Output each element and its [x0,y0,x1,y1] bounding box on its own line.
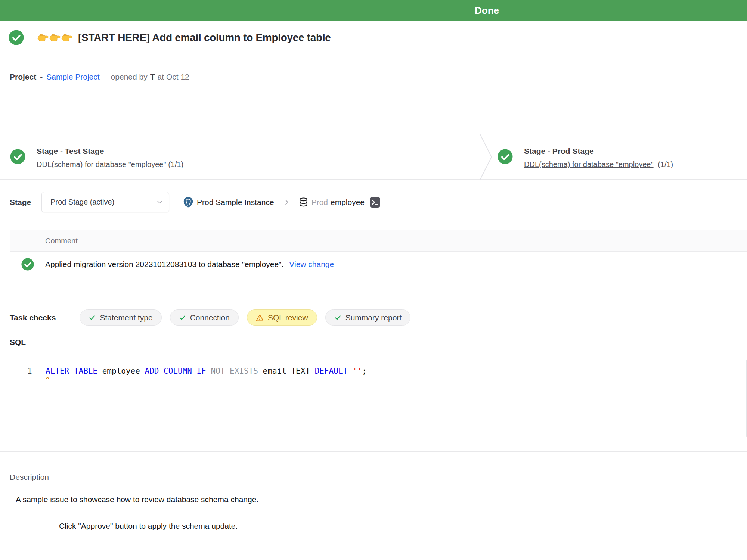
check-pill-label: Summary report [345,313,402,322]
instance-link[interactable]: Prod Sample Instance [197,198,274,207]
comment-table: Comment Applied migration version 202310… [10,230,747,277]
check-pill-label: SQL review [268,313,308,322]
stage-test-check-icon [10,149,25,164]
postgresql-icon [183,196,194,208]
check-pill-sql-review[interactable]: SQL review [247,309,317,326]
header-divider [0,55,747,55]
comment-text: Applied migration version 20231012083103… [45,260,283,269]
database-link[interactable]: employee [331,198,365,207]
stage-select[interactable]: Prod Stage (active) [41,192,169,212]
comment-column-header: Comment [45,237,78,245]
stage-test-title: Stage - Test Stage [37,146,183,156]
stage-prod-title-link[interactable]: Stage - Prod Stage [524,146,673,156]
sql-editor-button[interactable] [370,197,380,208]
stage-prod-check-icon [498,149,513,164]
sql-token: email TEXT [263,367,315,376]
description-paragraph: A sample issue to showcase how to review… [16,495,258,504]
issue-status-check-icon [9,30,24,45]
sql-line-number: 1 [27,366,32,376]
warning-triangle-icon [256,314,264,321]
chevron-right-icon [283,199,290,206]
stage-selector-row: Stage Prod Stage (active) Prod Sample In… [10,192,380,212]
project-link[interactable]: Sample Project [46,72,99,81]
project-label: Project [10,72,36,81]
sql-token: NOT EXISTS [211,367,263,376]
status-banner-label: Done [475,0,499,21]
check-pill-summary-report[interactable]: Summary report [325,309,411,326]
opened-at-text: at Oct 12 [158,72,189,81]
sql-warning-marker: ^ [46,376,50,383]
section-divider [0,293,747,293]
description-paragraph: Click "Approve" button to apply the sche… [59,522,238,531]
sql-editor[interactable]: 1 ALTER TABLE employee ADD COLUMN IF NOT… [10,360,747,437]
pointing-right-emoji [37,32,73,43]
stage-card-prod[interactable]: Stage - Prod Stage DDL(schema) for datab… [498,134,673,180]
check-pass-icon [334,314,341,321]
chevron-down-icon [156,199,163,205]
check-pass-icon [89,314,96,321]
stage-selector-label: Stage [10,198,31,207]
description-label: Description [10,473,49,482]
check-pill-label: Statement type [100,313,152,322]
stage-card-test[interactable]: Stage - Test Stage DDL(schema) for datab… [10,134,183,180]
creator-name: T [150,72,155,81]
check-pill-statement-type[interactable]: Statement type [80,309,161,326]
status-banner: Done [0,0,747,21]
sql-token: ALTER TABLE [46,367,102,376]
project-dash: - [40,72,43,81]
stage-separator-chevron-icon [479,134,493,181]
comment-table-row: Applied migration version 20231012083103… [10,252,747,277]
sql-token: employee [102,367,145,376]
check-pill-label: Connection [190,313,230,322]
environment-label: Prod [311,198,328,207]
comment-status-check-icon [21,258,34,271]
opened-by-text: opened by [111,72,148,81]
task-checks-label: Task checks [10,313,56,322]
sql-token: DEFAULT [315,367,353,376]
issue-title: [START HERE] Add email column to Employe… [78,32,331,44]
stage-prod-subtitle-link[interactable]: DDL(schema) for database "employee" [524,160,654,168]
sql-token: ADD COLUMN IF [145,367,211,376]
stage-prod-subtitle-count: (1/1) [658,160,673,168]
sql-token: ; [362,367,367,376]
bottom-divider [0,554,747,554]
check-pill-connection[interactable]: Connection [170,309,239,326]
database-breadcrumb: Prod Sample Instance Prod employee [183,196,380,208]
stage-select-value: Prod Stage (active) [50,198,114,206]
sql-statement: ALTER TABLE employee ADD COLUMN IF NOT E… [46,366,367,376]
issue-meta-row: Project - Sample Project opened by T at … [10,72,189,81]
view-change-link[interactable]: View change [289,260,334,269]
issue-header: [START HERE] Add email column to Employe… [9,30,331,45]
sql-section-label: SQL [10,338,26,347]
sql-token: '' [353,367,362,376]
pipeline-section: Stage - Test Stage DDL(schema) for datab… [0,134,747,180]
task-checks-row: Task checks Statement type Connection SQ… [10,309,419,326]
database-icon [298,197,309,207]
comment-table-header: Comment [10,230,747,252]
check-pass-icon [179,314,186,321]
section-divider [0,451,747,452]
stage-test-subtitle: DDL(schema) for database "employee" (1/1… [37,160,183,169]
